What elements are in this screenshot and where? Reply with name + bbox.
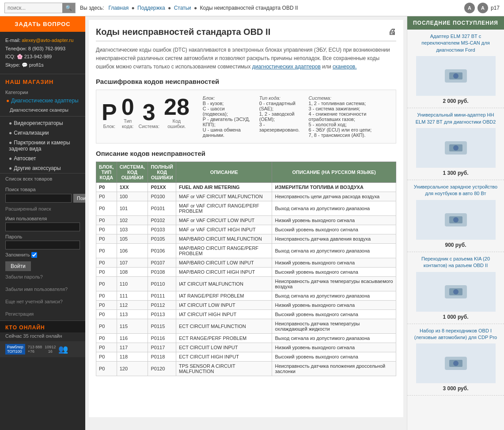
rs-product-item: Переходник с разъема KIA (20 контактов) … <box>407 252 504 324</box>
sep2: ● <box>168 5 171 11</box>
cell-1: 115 <box>117 319 148 333</box>
table-row: P0117P0117ECT CIRCUIT LOW INPUTНизкий ур… <box>96 343 396 352</box>
decoder-section-title: Расшифровка кодов неисправностей <box>96 78 396 85</box>
rs-product-title[interactable]: Переходник с разъема KIA (20 контактов) … <box>412 256 500 269</box>
sidebar-item-alarms[interactable]: ●Сигнализации <box>0 128 85 138</box>
rs-product-title[interactable]: Универсальный мини-адаптер HH ELM 327 BТ… <box>412 112 500 125</box>
type-1: 1, 2 - заводской (OEM); <box>259 111 300 122</box>
no-account-link[interactable]: Еще нет учетной записи? <box>5 298 80 305</box>
cell-3: ECT CIRCUIT HIGH INPUT <box>176 352 272 361</box>
block-desc-label: Блок: <box>203 95 250 101</box>
goods-search-input[interactable] <box>5 194 72 203</box>
rs-product-price: 3 000 руб. <box>412 385 500 392</box>
email-row: E-mail: alexey@avto-adapter.ru <box>5 36 80 45</box>
right-sidebar: ПОСЛЕДНИЕ ПОСТУПЛЕНИЯ Адаптер ELM 327 BТ… <box>407 16 504 430</box>
breadcrumb-articles[interactable]: Статьи <box>174 5 191 11</box>
rambler-stats: 713 888+76 <box>28 345 42 354</box>
svg-point-14 <box>453 361 459 366</box>
cell-0: P0 <box>96 361 117 376</box>
username-label: Имя пользователя <box>0 214 85 222</box>
search-input[interactable] <box>5 3 62 13</box>
cell-4: Высокий уровень выходного сигнала <box>272 309 396 319</box>
icq-label: ICQ: <box>5 54 15 59</box>
char-P: P <box>102 101 117 124</box>
ask-question-title: ЗАДАТЬ ВОПРОС <box>0 16 85 32</box>
print-icon[interactable]: 🖨 <box>388 27 396 37</box>
search-button[interactable]: 🔍 <box>62 3 75 13</box>
rs-product-image <box>416 128 496 168</box>
sidebar-item-diag-adapters[interactable]: ●Диагностические адаптеры <box>0 96 85 106</box>
login-button[interactable]: Войти <box>5 261 31 271</box>
cell: P01XX <box>148 182 176 192</box>
cell-0: P0 <box>96 291 117 300</box>
cell-3: MAP/BARO CIRCUIT HIGH INPUT <box>176 267 272 276</box>
cell-1: 112 <box>117 300 148 309</box>
table-row: P0113P0113IAT CIRCUIT HIGH INPUTВысокий … <box>96 309 396 319</box>
table-row: P0118P0118ECT CIRCUIT HIGH INPUTВысокий … <box>96 352 396 361</box>
cell-3: IAT CIRCUIT MALFUNCTION <box>176 276 272 291</box>
sidebar-item-videorecorders[interactable]: ●Видеорегистраторы <box>0 118 85 128</box>
cat6-label: Автосвет <box>14 155 36 162</box>
intro-or: или <box>322 64 331 70</box>
table-row: P0105P0105MAP/BARO CIRCUIT MALFUNCTIONНе… <box>96 234 396 243</box>
rs-product-title[interactable]: Набор из 8 переходников OBD I (легковые … <box>412 328 500 341</box>
all-goods-link[interactable]: Список всех товаров <box>0 173 85 184</box>
col-system: СИСТЕМА,КОДОШИБКИ <box>117 162 148 182</box>
rs-product-title[interactable]: Универсальное зарядное устройство для но… <box>412 184 500 197</box>
intro-text: Диагностические коды ошибок (DTC) накапл… <box>96 46 396 72</box>
cell-1: 108 <box>117 267 148 276</box>
cell-3: MAF or VAF CIRCUIT RANGE/PERF PROBLEM <box>176 201 272 215</box>
phone-value: 8 (903) 762-9993 <box>28 46 65 51</box>
type-desc: Тип кода: 0 - стандартный (SAE); 1, 2 - … <box>259 95 300 138</box>
breadcrumb-home[interactable]: Главная <box>108 5 129 11</box>
cell-0: P0 <box>96 352 117 361</box>
cell-1: 102 <box>117 215 148 225</box>
password-input[interactable] <box>5 241 80 249</box>
cell-3: IAT RANGE/PERF PROBLEM <box>176 291 272 300</box>
cat2-label: Диагностические сканеры <box>10 107 68 113</box>
cell-2: P0100 <box>148 192 176 201</box>
main-content: Коды неисправностей стандарта OBD II 🖨 Д… <box>85 16 407 430</box>
sidebar-item-other[interactable]: ●Другие аксессуары <box>0 163 85 173</box>
table-row: P0115P0115ECT CIRCUIT MALFUNCTIONНеиспра… <box>96 319 396 333</box>
advanced-search-link[interactable]: Расширенный поиск <box>0 205 85 214</box>
breadcrumb-support[interactable]: Поддержка <box>137 5 165 11</box>
scanners-link[interactable]: сканеров. <box>333 64 357 70</box>
cell-4: Неисправность датчика положения дроссель… <box>272 361 396 376</box>
username-input[interactable] <box>5 223 80 231</box>
sidebar-item-autolight[interactable]: ●Автосвет <box>0 154 85 163</box>
email-link[interactable]: alexey@avto-adapter.ru <box>22 38 73 43</box>
cell-3: ECT CIRCUIT LOW INPUT <box>176 343 272 352</box>
table-row: P0106P0106MAP/BARO CIRCUIT RANGE/PERF PR… <box>96 243 396 258</box>
cell: ИЗМЕРИТЕЛИ ТОПЛИВА И ВОЗДУХА <box>272 182 396 192</box>
char-0: 0 <box>121 95 134 118</box>
register-link[interactable]: Регистрация <box>5 311 80 317</box>
rs-product-title[interactable]: Адаптер ELM 327 BТ с переключателем MS-C… <box>412 33 500 53</box>
rs-product-item: Набор из 8 переходников OBD I (легковые … <box>407 324 504 396</box>
sidebar-item-parking[interactable]: ●Парктроники и камеры заднего вида <box>0 138 85 154</box>
avatar-btn-1[interactable]: A <box>464 3 475 13</box>
diag-adapters-link[interactable]: диагностических адаптеров <box>252 64 321 70</box>
block-b: В - кузов; <box>203 101 250 106</box>
remember-checkbox[interactable] <box>31 252 37 258</box>
cell-4: Высокий уровень выходного сигнала <box>272 267 396 276</box>
cell-0: P0 <box>96 192 117 201</box>
cell-3: IAT CIRCUIT HIGH INPUT <box>176 309 272 319</box>
cell-0: P0 <box>96 243 117 258</box>
avatar-btn-2[interactable]: A <box>477 3 488 13</box>
rambler-rank: 1091216 <box>45 345 56 354</box>
page-title-text: Коды неисправностей стандарта OBD II <box>96 27 270 37</box>
cell-0: P0 <box>96 333 117 343</box>
people-icon: 👥 <box>58 344 68 354</box>
forgot-password-link[interactable]: Забыли пароль? <box>5 274 80 280</box>
phone-label: Телефон: <box>5 46 27 51</box>
cell-0: P0 <box>96 234 117 243</box>
forgot-username-link[interactable]: Забыли имя пользователя? <box>5 286 80 292</box>
sidebar-item-diag-scanners[interactable]: Диагностические сканеры <box>0 106 85 114</box>
cell-4: Неисправность датчика давления воздуха <box>272 234 396 243</box>
table-row: P01XXP01XXFUEL AND AIR METERINGИЗМЕРИТЕЛ… <box>96 182 396 192</box>
type-3: 3 - зарезервировано. <box>259 122 300 132</box>
block-p: Р - двигатель (ЭСУД, КПП); <box>203 117 250 127</box>
skype-row: Skype: 💬 profi1s <box>5 61 80 69</box>
cell-2: P0105 <box>148 234 176 243</box>
